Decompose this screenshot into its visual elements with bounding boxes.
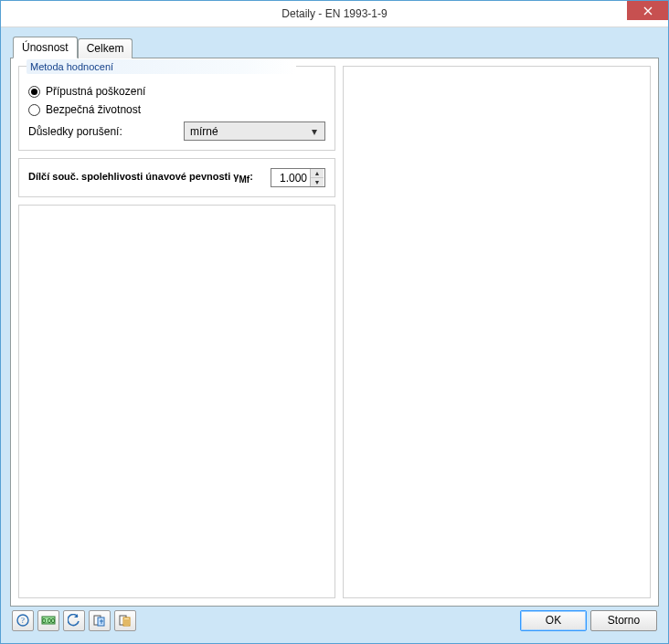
window-title: Detaily - EN 1993-1-9 <box>281 7 387 20</box>
close-icon <box>643 6 653 16</box>
assessment-group: Metoda hodnocení Přípustná poškození Bez… <box>18 66 335 151</box>
radio-label: Přípustná poškození <box>46 85 145 98</box>
cancel-button[interactable]: Storno <box>590 610 657 631</box>
copy-props-button[interactable] <box>89 610 111 631</box>
consequence-label: Důsledky porušení: <box>28 125 122 138</box>
svg-text:0.00: 0.00 <box>42 618 55 624</box>
factor-label: Dílčí souč. spolehlivosti únavové pevnos… <box>28 171 253 185</box>
gamma-mf-input[interactable] <box>271 169 310 186</box>
footer-bar: ? 0.00 OK Storno <box>10 607 659 636</box>
dialog-window: Detaily - EN 1993-1-9 Únosnost Celkem Me… <box>0 0 669 644</box>
undo-button[interactable] <box>63 610 85 631</box>
spinner-up[interactable]: ▲ <box>311 169 324 178</box>
close-button[interactable] <box>627 1 668 20</box>
tabstrip: Únosnost Celkem <box>10 37 659 58</box>
tab-unosnost[interactable]: Únosnost <box>13 37 78 58</box>
help-button[interactable]: ? <box>12 610 34 631</box>
client-area: Únosnost Celkem Metoda hodnocení Přípust… <box>1 27 668 643</box>
radio-icon <box>28 86 40 98</box>
left-results-panel <box>18 205 335 598</box>
paste-props-button[interactable] <box>114 610 136 631</box>
units-icon: 0.00 <box>41 614 56 627</box>
units-button[interactable]: 0.00 <box>37 610 59 631</box>
combo-value: mírné <box>190 125 218 138</box>
assessment-legend: Metoda hodnocení <box>27 59 296 74</box>
copy-props-icon <box>93 614 106 627</box>
gamma-mf-spinner[interactable]: ▲ ▼ <box>271 168 325 187</box>
radio-label: Bezpečná životnost <box>46 103 141 116</box>
tab-celkem[interactable]: Celkem <box>78 38 133 58</box>
tab-page: Metoda hodnocení Přípustná poškození Bez… <box>10 58 659 607</box>
spinner-down[interactable]: ▼ <box>311 178 324 186</box>
help-icon: ? <box>16 614 29 627</box>
right-results-panel <box>343 66 651 598</box>
radio-icon <box>28 104 40 116</box>
chevron-down-icon: ▾ <box>308 125 321 138</box>
radio-damage-tolerant[interactable]: Přípustná poškození <box>28 85 325 98</box>
ok-button[interactable]: OK <box>520 610 587 631</box>
consequence-combo[interactable]: mírné ▾ <box>184 121 325 141</box>
consequence-row: Důsledky porušení: mírné ▾ <box>28 121 325 141</box>
undo-icon <box>68 614 80 627</box>
left-column: Metoda hodnocení Přípustná poškození Bez… <box>18 66 335 598</box>
radio-safe-life[interactable]: Bezpečná životnost <box>28 103 325 116</box>
svg-text:?: ? <box>21 616 25 625</box>
paste-props-icon <box>119 614 132 627</box>
factor-group: Dílčí souč. spolehlivosti únavové pevnos… <box>18 158 335 197</box>
titlebar: Detaily - EN 1993-1-9 <box>1 1 668 27</box>
spinner-buttons: ▲ ▼ <box>310 169 324 186</box>
